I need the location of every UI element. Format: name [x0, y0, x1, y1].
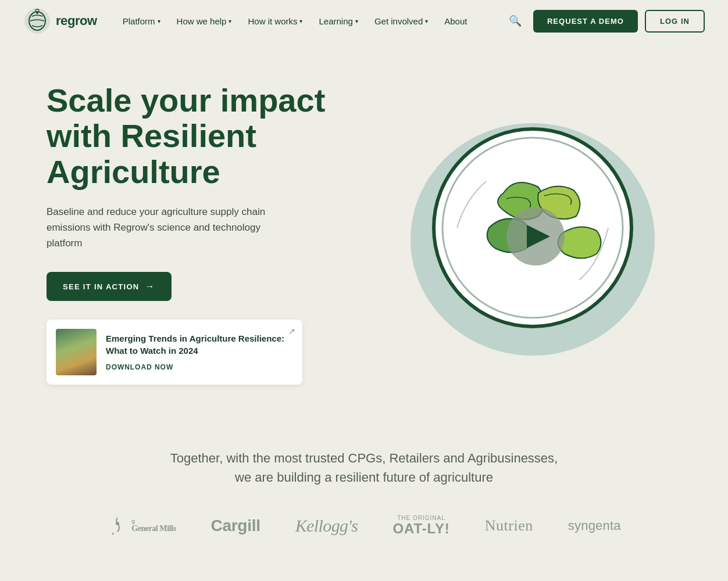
chevron-down-icon: ▾ [425, 18, 428, 24]
resource-info: Emerging Trends in Agriculture Resilienc… [106, 332, 293, 372]
brand-logo[interactable]: regrow [23, 7, 97, 35]
partners-tagline: Together, with the most trusted CPGs, Re… [166, 449, 562, 487]
hero-section: Scale your impact with Resilient Agricul… [0, 42, 728, 414]
general-mills-icon: ♥ [107, 515, 128, 536]
chevron-down-icon: ▾ [299, 18, 302, 24]
nav-item-about[interactable]: About [437, 12, 474, 31]
nav-item-how-it-works[interactable]: How it works ▾ [241, 12, 309, 31]
arrow-right-icon: → [145, 281, 155, 292]
chevron-down-icon: ▾ [229, 18, 231, 24]
brand-name: regrow [56, 13, 97, 28]
nav-item-get-involved[interactable]: Get involved ▾ [367, 12, 435, 31]
nav-actions: 🔍 REQUEST A DEMO LOG IN [504, 10, 705, 33]
partners-logos: ♥ 𝗀 General Mills Cargill Kellogg's THE … [23, 515, 705, 536]
hero-subtitle: Baseline and reduce your agriculture sup… [47, 204, 291, 252]
nav-links: Platform ▾ How we help ▾ How it works ▾ … [116, 12, 504, 31]
login-button[interactable]: LOG IN [645, 10, 705, 33]
search-button[interactable]: 🔍 [504, 10, 526, 32]
hero-title: Scale your impact with Resilient Agricul… [47, 83, 337, 190]
svg-point-7 [116, 522, 119, 525]
resource-thumbnail [56, 329, 97, 375]
nutrien-logo: Nutrien [485, 517, 533, 535]
nav-item-learning[interactable]: Learning ▾ [312, 12, 365, 31]
nav-item-platform[interactable]: Platform ▾ [116, 12, 167, 31]
chevron-down-icon: ▾ [355, 18, 358, 24]
svg-point-1 [36, 12, 38, 14]
external-link-icon: ↗ [288, 327, 295, 336]
svg-text:♥: ♥ [112, 532, 114, 536]
resource-title: Emerging Trends in Agriculture Resilienc… [106, 332, 293, 357]
hero-left: Scale your impact with Resilient Agricul… [47, 83, 361, 385]
resource-download-link[interactable]: DOWNLOAD NOW [106, 363, 173, 371]
request-demo-button[interactable]: REQUEST A DEMO [533, 10, 638, 33]
nav-item-how-we-help[interactable]: How we help ▾ [170, 12, 239, 31]
hero-illustration [361, 100, 705, 367]
chevron-down-icon: ▾ [158, 18, 160, 24]
resource-card[interactable]: Emerging Trends in Agriculture Resilienc… [47, 320, 302, 385]
oatly-logo: THE ORIGINAL OAT-LY! [392, 515, 449, 536]
syngenta-logo: syngenta [568, 518, 621, 533]
cargill-logo: Cargill [211, 517, 260, 535]
see-it-in-action-button[interactable]: SEE IT IN ACTION → [47, 272, 172, 301]
main-nav: regrow Platform ▾ How we help ▾ How it w… [0, 0, 728, 42]
hero-blob [399, 100, 666, 367]
general-mills-logo: ♥ 𝗀 General Mills [107, 515, 176, 536]
kelloggs-logo: Kellogg's [295, 516, 358, 536]
search-icon: 🔍 [509, 15, 522, 27]
partners-section: Together, with the most trusted CPGs, Re… [0, 414, 728, 581]
